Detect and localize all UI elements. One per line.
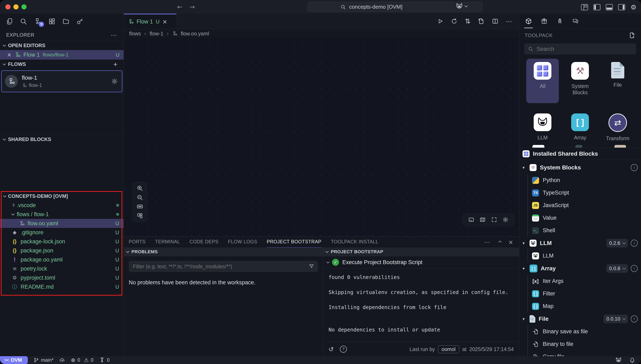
group-file[interactable]: ▾ File 0.0.10 i <box>519 312 641 325</box>
panel-more-icon[interactable]: ⋯ <box>484 239 490 246</box>
folder-icon[interactable] <box>62 18 70 25</box>
assistant-menu[interactable] <box>456 2 467 10</box>
breadcrumb-item[interactable]: flow-1 <box>150 31 163 37</box>
breadcrumb-item[interactable]: flow.oo.yaml <box>181 31 209 37</box>
explorer-more-icon[interactable]: ⋯ <box>111 32 117 39</box>
tree-row[interactable]: {} package.json U <box>0 246 124 255</box>
tree-row[interactable]: ⚙ pyproject.toml U <box>0 273 124 282</box>
flow-canvas[interactable] <box>124 38 519 237</box>
category-system-blocks[interactable]: ⚒ System Blocks <box>561 59 599 103</box>
chat-icon[interactable] <box>572 18 579 25</box>
close-icon[interactable]: × <box>7 52 12 58</box>
nav-back-icon[interactable]: ← <box>177 3 183 10</box>
block-map[interactable]: [ ] Map <box>528 300 641 312</box>
run-flow-icon[interactable] <box>437 18 443 24</box>
collapse-triangle-icon[interactable]: ▾ <box>522 266 526 271</box>
traffic-zoom-button[interactable] <box>22 4 27 10</box>
more-actions-icon[interactable]: ⋯ <box>506 18 512 25</box>
block-value[interactable]: Value <box>528 212 641 224</box>
explorer-files-icon[interactable] <box>6 18 13 25</box>
sync-changes-item[interactable] <box>59 357 65 363</box>
git-branch-item[interactable]: main* <box>34 357 54 363</box>
block-python[interactable]: Python <box>528 174 641 186</box>
filter-funnel-icon[interactable] <box>309 264 314 269</box>
fullscreen-icon[interactable] <box>491 216 497 223</box>
toggle-left-sidebar-icon[interactable] <box>593 4 600 10</box>
info-icon[interactable]: i <box>631 265 638 272</box>
search-icon[interactable] <box>20 18 27 25</box>
minimap-icon[interactable] <box>479 216 486 223</box>
breadcrumb-item[interactable]: flows <box>129 31 141 37</box>
category-llm[interactable]: LLM <box>524 110 561 143</box>
tab-flow-logs[interactable]: FLOW LOGS <box>228 236 257 248</box>
collapse-triangle-icon[interactable]: ▾ <box>522 316 526 322</box>
open-editor-row[interactable]: × Flow 1 flows/flow-1 U <box>0 50 124 60</box>
toolpack-search-input[interactable] <box>536 46 632 52</box>
toolpack-search[interactable] <box>524 44 636 54</box>
add-flow-button[interactable]: + <box>113 60 117 68</box>
canvas-settings-gear-icon[interactable] <box>502 216 508 223</box>
block-binary-save-as-file[interactable]: Binary save as file <box>528 325 641 338</box>
tree-row[interactable]: .vscode <box>0 201 124 210</box>
group-llm[interactable]: ▾ LLM 0.2.6 i <box>519 237 641 250</box>
tab-flow-1[interactable]: Flow 1 U × <box>124 14 177 29</box>
collapse-triangle-icon[interactable]: ▾ <box>522 165 526 170</box>
oomol-mascot-icon[interactable] <box>615 357 622 364</box>
version-select[interactable]: 0.2.6 <box>606 239 628 248</box>
version-select[interactable]: 0.0.10 <box>603 314 628 323</box>
extensions-icon[interactable] <box>48 18 56 25</box>
toggle-bottom-panel-icon[interactable] <box>606 4 613 10</box>
collapse-triangle-icon[interactable]: ▾ <box>522 241 526 246</box>
block-iter-args[interactable]: [x] Iter Args <box>528 275 641 288</box>
tab-terminal[interactable]: TERMINAL <box>155 236 180 248</box>
tree-row[interactable]: ! package.oo.yaml U <box>0 255 124 264</box>
info-icon[interactable]: i <box>631 316 638 322</box>
fit-width-icon[interactable] <box>137 203 143 210</box>
open-editors-header[interactable]: OPEN EDITORS <box>0 41 124 50</box>
group-system-blocks[interactable]: ▾ ⚒ System Blocks i <box>519 161 641 174</box>
shared-blocks-header[interactable]: SHARED BLOCKS <box>0 135 124 144</box>
notifications-bell-icon[interactable] <box>629 357 635 363</box>
key-icon[interactable] <box>76 18 84 25</box>
project-bootstrap-header[interactable]: PROJECT BOOTSTRAP <box>323 248 519 256</box>
split-editor-icon[interactable] <box>492 18 498 24</box>
info-icon[interactable]: i <box>631 164 638 171</box>
flows-activity-icon[interactable]: 9 <box>34 18 42 25</box>
bootstrap-task-row[interactable]: ✓ Execute Project Bootstrap Script <box>323 256 519 268</box>
group-array[interactable]: ▾ [ ] Array 0.0.8 i <box>519 262 641 275</box>
block-copy-file[interactable]: Copy file <box>528 350 641 356</box>
category-array[interactable]: [ ] Array <box>561 110 599 143</box>
compare-changes-icon[interactable]: ⇅ <box>465 17 470 25</box>
ports-item[interactable]: 0 <box>99 357 110 363</box>
flow-settings-gear-icon[interactable] <box>111 78 118 84</box>
tab-toolpack-install[interactable]: TOOLPACK INSTALL <box>331 236 378 248</box>
remote-indicator[interactable]: >< OVM <box>0 356 28 364</box>
tab-ports[interactable]: PORTS <box>129 236 146 248</box>
customize-layout-icon[interactable] <box>581 4 588 10</box>
problems-filter-input[interactable] <box>133 263 309 270</box>
category-transform[interactable]: ⇄ Transform <box>599 110 636 143</box>
tab-project-bootstrap[interactable]: PROJECT BOOTSTRAP <box>267 236 321 248</box>
block-typescript[interactable]: TS TypeScript <box>528 186 641 199</box>
tree-row[interactable]: ≡ poetry.lock U <box>0 264 124 273</box>
category-file[interactable]: File <box>599 59 636 103</box>
settings-gear-icon[interactable]: ⚙ <box>630 3 636 11</box>
console-panel-icon[interactable] <box>468 216 474 223</box>
rerun-icon[interactable] <box>451 18 457 24</box>
tree-row[interactable]: ◆ .gitignore U <box>0 228 124 237</box>
help-icon[interactable]: ? <box>340 346 347 353</box>
new-toolpack-file-icon[interactable] <box>629 32 636 39</box>
zoom-in-icon[interactable] <box>137 185 143 192</box>
close-panel-icon[interactable]: × <box>508 239 513 246</box>
flow-card[interactable]: flow-1 flow-1 <box>1 70 122 92</box>
nav-forward-icon[interactable]: → <box>190 3 195 10</box>
traffic-close-button[interactable] <box>5 4 11 10</box>
version-select[interactable]: 0.0.8 <box>606 264 628 273</box>
category-all[interactable]: All <box>526 59 559 103</box>
block-shell[interactable]: >_ Shell <box>528 224 641 237</box>
maximize-panel-icon[interactable] <box>498 240 501 244</box>
block-javascript[interactable]: JS JavaScript <box>528 199 641 212</box>
auto-layout-icon[interactable] <box>137 212 143 219</box>
tree-row[interactable]: flows / flow-1 <box>0 210 124 219</box>
close-tab-icon[interactable]: × <box>163 18 167 25</box>
